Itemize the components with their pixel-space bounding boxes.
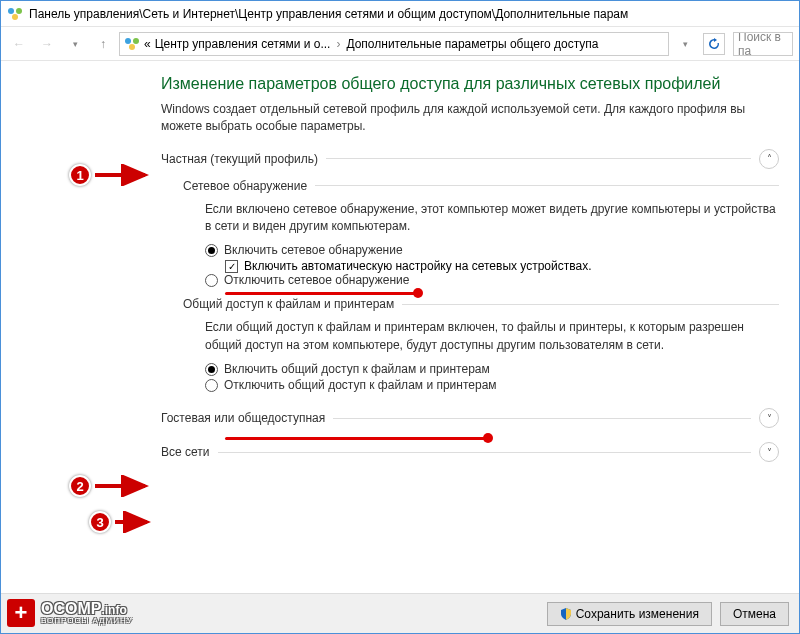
radio-discovery-off[interactable]: Отключить сетевое обнаружение [205,273,779,287]
annotation-callout-1: 1 [69,164,153,186]
watermark: + OCOMP.info ВОПРОСЫ АДМИНУ [7,599,133,627]
collapse-icon[interactable]: ˄ [759,149,779,169]
svg-point-2 [12,14,18,20]
profile-all-label: Все сети [161,445,210,459]
svg-point-4 [133,38,139,44]
annotation-callout-2: 2 [69,475,153,497]
titlebar: Панель управления\Сеть и Интернет\Центр … [1,1,799,27]
breadcrumb-item[interactable]: Центр управления сетями и о... [155,37,331,51]
back-button[interactable]: ← [7,32,31,56]
section-file-sharing: Общий доступ к файлам и принтерам Если о… [183,297,779,392]
forward-button[interactable]: → [35,32,59,56]
watermark-tagline: ВОПРОСЫ АДМИНУ [41,617,133,625]
profile-guest-label: Гостевая или общедоступная [161,411,325,425]
annotation-underline [225,437,485,440]
refresh-icon [708,38,720,50]
annotation-underline [225,292,415,295]
recent-dropdown[interactable]: ▾ [63,32,87,56]
plus-icon: + [7,599,35,627]
svg-point-1 [16,8,22,14]
annotation-badge: 1 [69,164,91,186]
address-bar[interactable]: « Центр управления сетями и о... › Допол… [119,32,669,56]
radio-sharing-on[interactable]: Включить общий доступ к файлам и принтер… [205,362,779,376]
section-title: Сетевое обнаружение [183,179,307,193]
cancel-button-label: Отмена [733,607,776,621]
radio-icon [205,244,218,257]
checkbox-auto-config[interactable]: ✓ Включить автоматическую настройку на с… [225,259,779,273]
annotation-badge: 3 [89,511,111,533]
section-network-discovery: Сетевое обнаружение Если включено сетево… [183,179,779,288]
search-input[interactable]: Поиск в па [733,32,793,56]
radio-sharing-off[interactable]: Отключить общий доступ к файлам и принте… [205,378,779,392]
section-description: Если общий доступ к файлам и принтерам в… [205,319,779,354]
expand-icon[interactable]: ˅ [759,408,779,428]
checkbox-icon: ✓ [225,260,238,273]
radio-icon [205,379,218,392]
network-icon [7,6,23,22]
radio-label: Включить сетевое обнаружение [224,243,403,257]
address-dropdown[interactable]: ▾ [673,32,697,56]
checkbox-label: Включить автоматическую настройку на сет… [244,259,592,273]
annotation-badge: 2 [69,475,91,497]
network-icon [124,36,140,52]
explorer-window: Панель управления\Сеть и Интернет\Центр … [0,0,800,634]
radio-label: Отключить сетевое обнаружение [224,273,409,287]
arrow-icon [93,164,153,186]
section-title: Общий доступ к файлам и принтерам [183,297,394,311]
breadcrumb-item[interactable]: Дополнительные параметры общего доступа [346,37,598,51]
section-description: Если включено сетевое обнаружение, этот … [205,201,779,236]
radio-label: Отключить общий доступ к файлам и принте… [224,378,497,392]
profile-all-header[interactable]: Все сети ˅ [161,442,779,462]
refresh-button[interactable] [703,33,725,55]
svg-point-5 [129,44,135,50]
annotation-callout-3: 3 [89,511,155,533]
svg-point-0 [8,8,14,14]
svg-point-3 [125,38,131,44]
breadcrumb-prefix: « [144,37,151,51]
page-description: Windows создает отдельный сетевой профил… [161,101,779,135]
watermark-brand: OCOMP.info [41,601,133,617]
annotation-dot [483,433,493,443]
expand-icon[interactable]: ˅ [759,442,779,462]
annotation-dot [413,288,423,298]
cancel-button[interactable]: Отмена [720,602,789,626]
profile-private-label: Частная (текущий профиль) [161,152,318,166]
up-button[interactable]: ↑ [91,32,115,56]
radio-label: Включить общий доступ к файлам и принтер… [224,362,490,376]
shield-icon [560,608,572,620]
save-button-label: Сохранить изменения [576,607,699,621]
profile-guest-header[interactable]: Гостевая или общедоступная ˅ [161,408,779,428]
profile-private-header[interactable]: Частная (текущий профиль) ˄ [161,149,779,169]
radio-icon [205,363,218,376]
navbar: ← → ▾ ↑ « Центр управления сетями и о...… [1,27,799,61]
radio-icon [205,274,218,287]
arrow-icon [113,511,155,533]
chevron-right-icon: › [336,37,340,51]
search-placeholder: Поиск в па [738,32,788,56]
window-title: Панель управления\Сеть и Интернет\Центр … [29,7,628,21]
arrow-icon [93,475,153,497]
page-title: Изменение параметров общего доступа для … [161,75,779,93]
radio-discovery-on[interactable]: Включить сетевое обнаружение [205,243,779,257]
save-button[interactable]: Сохранить изменения [547,602,712,626]
